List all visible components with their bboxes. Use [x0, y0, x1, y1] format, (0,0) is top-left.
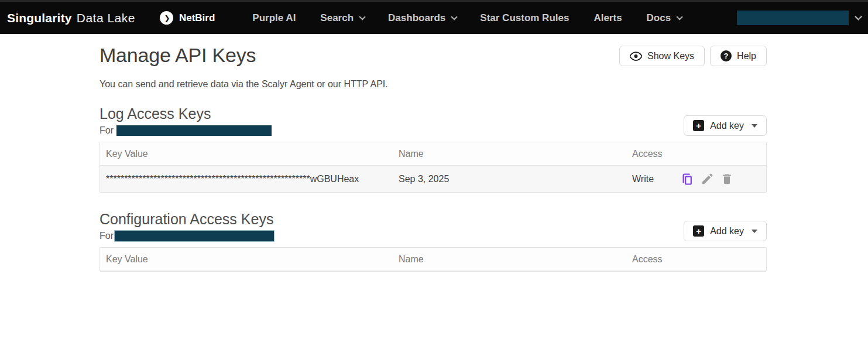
config-keys-title: Configuration Access Keys — [100, 211, 274, 228]
chevron-down-icon — [677, 13, 683, 20]
page-intro: You can send and retrieve data via the S… — [100, 79, 767, 90]
config-keys-table: Key Value Name Access — [100, 247, 767, 272]
key-access-cell: Write — [626, 174, 682, 184]
nav-item-label: Alerts — [593, 12, 622, 24]
key-name-cell: Sep 3, 2025 — [393, 174, 626, 184]
plus-icon: + — [693, 225, 704, 237]
log-keys-table: Key Value Name Access ******************… — [100, 142, 767, 193]
config-keys-table-header: Key Value Name Access — [100, 248, 766, 271]
delete-key-button[interactable] — [721, 172, 733, 186]
edit-key-button[interactable] — [701, 172, 714, 186]
add-key-label: Add key — [710, 121, 744, 131]
brand-logo[interactable]: Singularity Data Lake — [7, 11, 135, 25]
brand-name: Singularity — [7, 11, 72, 25]
log-keys-heading-block: Log Access Keys For — [100, 105, 272, 136]
add-key-label: Add key — [710, 226, 744, 237]
nav-item-search[interactable]: Search — [320, 12, 363, 24]
log-keys-section-header: Log Access Keys For + Add key — [100, 105, 767, 136]
workspace-switcher[interactable]: ❯ NetBird — [160, 11, 215, 25]
caret-down-icon — [752, 124, 757, 128]
page-header: Manage API Keys Show Keys ? Help — [100, 44, 767, 67]
nav-item-docs[interactable]: Docs — [647, 12, 681, 24]
column-header-key-value: Key Value — [100, 149, 393, 159]
workspace-label: NetBird — [179, 12, 215, 24]
column-header-name: Name — [393, 254, 626, 265]
config-keys-heading-block: Configuration Access Keys For — [100, 211, 274, 241]
config-keys-for-line: For — [100, 231, 274, 241]
pencil-icon — [701, 172, 714, 186]
help-label: Help — [737, 51, 756, 61]
account-redacted-bar — [115, 231, 274, 241]
nav-item-purple-ai[interactable]: Purple AI — [252, 12, 296, 24]
column-header-key-value: Key Value — [100, 254, 393, 265]
arrow-right-circle-icon: ❯ — [160, 11, 173, 25]
main-content: Manage API Keys Show Keys ? Help You can… — [100, 44, 767, 272]
account-name-redacted — [737, 11, 849, 25]
copy-key-button[interactable] — [682, 172, 694, 186]
config-keys-section-header: Configuration Access Keys For + Add key — [100, 211, 767, 241]
log-keys-table-header: Key Value Name Access — [100, 142, 766, 166]
eye-icon — [630, 52, 642, 61]
add-log-key-button[interactable]: + Add key — [684, 115, 767, 136]
nav-item-alerts[interactable]: Alerts — [593, 12, 622, 24]
nav-item-label: Purple AI — [252, 12, 296, 24]
account-redacted-bar — [116, 125, 272, 136]
chevron-down-icon — [359, 13, 366, 20]
for-label: For — [100, 231, 114, 241]
column-header-access: Access — [626, 254, 682, 265]
add-config-key-button[interactable]: + Add key — [684, 221, 767, 241]
nav-item-label: Search — [320, 12, 354, 24]
nav-item-label: Docs — [647, 12, 671, 24]
caret-down-icon — [752, 230, 757, 233]
question-mark-icon: ? — [721, 50, 732, 61]
nav-items: Purple AI Search Dashboards Star Custom … — [252, 12, 681, 24]
show-keys-label: Show Keys — [647, 51, 694, 61]
plus-icon: + — [693, 120, 704, 131]
chevron-down-icon — [855, 13, 862, 20]
header-buttons: Show Keys ? Help — [619, 46, 767, 66]
top-navbar: Singularity Data Lake ❯ NetBird Purple A… — [0, 0, 868, 34]
nav-item-label: Star Custom Rules — [480, 12, 569, 24]
copy-icon — [682, 172, 694, 186]
trash-icon — [721, 172, 733, 186]
key-value-cell: ****************************************… — [100, 174, 393, 184]
brand-product: Data Lake — [77, 11, 135, 25]
help-button[interactable]: ? Help — [710, 46, 767, 66]
nav-item-dashboards[interactable]: Dashboards — [388, 12, 455, 24]
log-key-table-row: ****************************************… — [100, 166, 766, 192]
log-keys-for-line: For — [100, 125, 272, 136]
column-header-name: Name — [393, 149, 626, 159]
column-header-access: Access — [626, 149, 682, 159]
nav-item-star-custom-rules[interactable]: Star Custom Rules — [480, 12, 569, 24]
row-actions: Copy to Clipboard — [682, 172, 766, 186]
log-keys-title: Log Access Keys — [100, 105, 272, 122]
nav-item-label: Dashboards — [388, 12, 445, 24]
for-label: For — [100, 125, 114, 136]
show-keys-button[interactable]: Show Keys — [619, 46, 705, 66]
chevron-down-icon — [451, 13, 458, 20]
page-title: Manage API Keys — [100, 44, 256, 67]
account-menu[interactable] — [737, 11, 860, 25]
